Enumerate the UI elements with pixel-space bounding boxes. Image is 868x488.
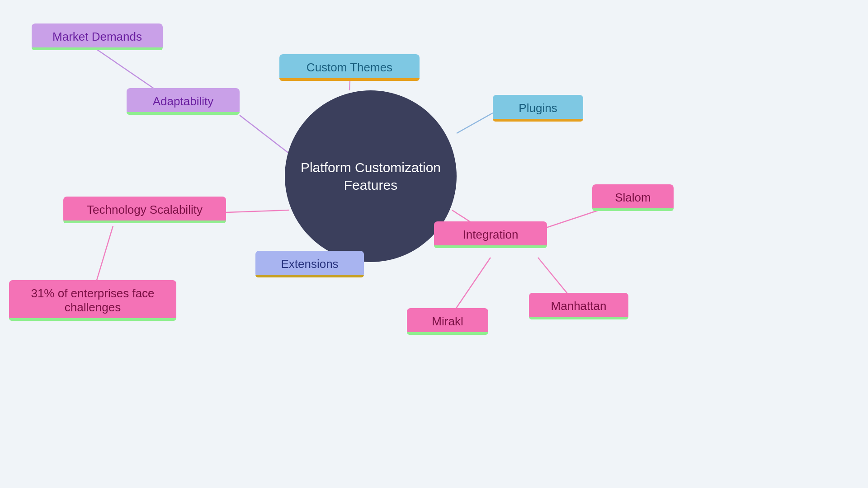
adaptability-label: Adaptability xyxy=(153,94,213,108)
technology-scalability-node[interactable]: Technology Scalability xyxy=(63,197,226,223)
market-demands-accent-bar xyxy=(32,47,163,50)
plugins-accent-bar xyxy=(493,119,583,122)
extensions-accent-bar xyxy=(255,275,364,277)
adaptability-node[interactable]: Adaptability xyxy=(127,88,240,115)
integration-accent-bar xyxy=(434,245,547,248)
custom-themes-accent-bar xyxy=(279,78,420,81)
custom-themes-node[interactable]: Custom Themes xyxy=(279,54,420,81)
technology-scalability-accent-bar xyxy=(63,221,226,223)
enterprises-challenges-node[interactable]: 31% of enterprises face challenges xyxy=(9,280,176,321)
mirakl-accent-bar xyxy=(407,332,488,335)
market-demands-label: Market Demands xyxy=(52,30,142,43)
svg-line-4 xyxy=(226,210,289,212)
svg-line-1 xyxy=(457,113,493,133)
market-demands-node[interactable]: Market Demands xyxy=(32,23,163,50)
integration-node[interactable]: Integration xyxy=(434,221,547,248)
plugins-label: Plugins xyxy=(519,101,557,115)
custom-themes-label: Custom Themes xyxy=(307,61,392,74)
enterprises-challenges-accent-bar xyxy=(9,318,176,321)
manhattan-label: Manhattan xyxy=(551,299,607,313)
center-node[interactable]: Platform Customization Features xyxy=(285,90,457,262)
center-label: Platform Customization Features xyxy=(301,159,441,194)
slalom-node[interactable]: Slalom xyxy=(592,184,674,211)
mirakl-label: Mirakl xyxy=(432,314,463,328)
plugins-node[interactable]: Plugins xyxy=(493,95,583,122)
slalom-label: Slalom xyxy=(615,191,651,204)
slalom-accent-bar xyxy=(592,208,674,211)
extensions-label: Extensions xyxy=(281,257,338,271)
adaptability-accent-bar xyxy=(127,112,240,115)
enterprises-challenges-label: 31% of enterprises face challenges xyxy=(31,286,154,314)
mirakl-node[interactable]: Mirakl xyxy=(407,308,488,335)
integration-label: Integration xyxy=(463,228,519,241)
manhattan-node[interactable]: Manhattan xyxy=(529,293,628,319)
technology-scalability-label: Technology Scalability xyxy=(87,203,203,216)
manhattan-accent-bar xyxy=(529,317,628,319)
svg-line-3 xyxy=(240,115,289,154)
extensions-node[interactable]: Extensions xyxy=(255,251,364,277)
